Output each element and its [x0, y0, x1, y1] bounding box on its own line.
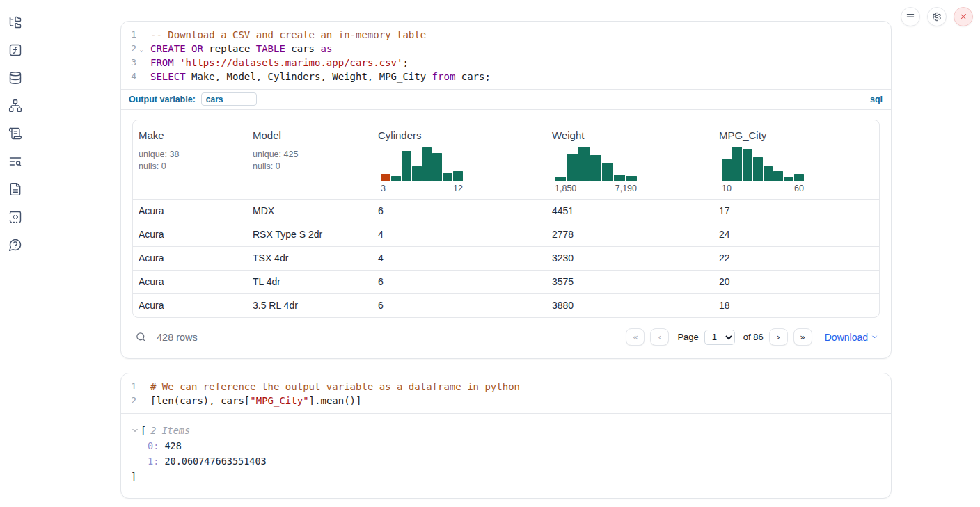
chevron-down-icon — [871, 333, 878, 341]
code-line: 3 FROM 'https://datasets.marimo.app/cars… — [121, 56, 891, 70]
nulls-count: nulls: 0 — [253, 161, 367, 172]
output-variable-label: Output variable: — [129, 95, 196, 104]
weight-histogram[interactable] — [555, 145, 637, 181]
code-line: 1 # We can reference the output variable… — [121, 380, 891, 394]
line-number: 2 — [131, 43, 136, 54]
hist-min: 10 — [722, 184, 732, 193]
dependency-graph-icon[interactable] — [7, 97, 24, 114]
page-select[interactable]: 1 — [704, 330, 735, 345]
cylinders-histogram[interactable] — [381, 145, 463, 181]
gear-icon — [932, 12, 942, 22]
code-text[interactable]: FROM 'https://datasets.marimo.app/cars.c… — [143, 56, 409, 70]
line-number: 4 — [121, 70, 143, 83]
datasources-icon[interactable] — [7, 70, 24, 86]
hist-max: 60 — [794, 184, 804, 193]
pagination: « ‹ Page 1 of 86 › » Download — [626, 328, 878, 346]
line-number: 2 — [121, 394, 143, 408]
output-variable-input[interactable] — [201, 92, 257, 106]
python-cell: 1 # We can reference the output variable… — [120, 373, 892, 499]
item-value: 20.060747663551403 — [164, 456, 266, 467]
page-total: of 86 — [743, 332, 764, 342]
hist-min: 1,850 — [555, 184, 576, 193]
list-item: 1: 20.060747663551403 — [148, 453, 880, 469]
table-row[interactable]: Acura TL 4dr 6 3575 20 — [133, 270, 879, 293]
line-number: 3 — [121, 56, 143, 70]
functions-icon[interactable] — [7, 42, 24, 58]
help-icon[interactable] — [7, 236, 24, 253]
language-badge: sql — [870, 95, 883, 104]
column-header-mpg-city[interactable]: MPG_City 10 60 — [713, 120, 879, 199]
code-text[interactable]: # We can reference the output variable a… — [143, 380, 520, 394]
table-header-row: Make unique: 38 nulls: 0 Model unique: 4… — [133, 120, 879, 199]
output-variable-row: Output variable: sql — [121, 89, 891, 110]
open-bracket: [ — [141, 423, 146, 438]
documentation-icon[interactable] — [7, 181, 24, 198]
hist-max: 12 — [453, 184, 463, 193]
scratchpad-icon[interactable] — [7, 125, 24, 142]
hist-min: 3 — [381, 184, 386, 193]
code-line: 4 SELECT Make, Model, Cylinders, Weight,… — [121, 70, 891, 83]
line-number: 1 — [121, 28, 143, 42]
settings-button[interactable] — [927, 7, 947, 26]
code-line: 2⌄ CREATE OR replace TABLE cars as — [121, 42, 891, 56]
item-index: 1: — [148, 456, 159, 467]
item-index: 0: — [148, 440, 159, 451]
download-button[interactable]: Download — [825, 332, 878, 343]
table-row[interactable]: Acura TSX 4dr 4 3230 22 — [133, 246, 879, 270]
menu-icon — [906, 12, 915, 22]
code-text[interactable]: CREATE OR replace TABLE cars as — [143, 42, 332, 56]
python-editor[interactable]: 1 # We can reference the output variable… — [121, 373, 891, 413]
table-output: Make unique: 38 nulls: 0 Model unique: 4… — [121, 110, 891, 358]
column-header-model[interactable]: Model unique: 425 nulls: 0 — [247, 120, 372, 199]
sql-cell: 1 -- Download a CSV and create an in-mem… — [120, 21, 892, 359]
unique-count: unique: 425 — [253, 149, 367, 161]
notebook-controls — [901, 7, 973, 26]
left-sidebar — [0, 0, 31, 253]
code-line: 1 -- Download a CSV and create an in-mem… — [121, 28, 891, 42]
search-button[interactable] — [135, 331, 147, 343]
code-text[interactable]: SELECT Make, Model, Cylinders, Weight, M… — [143, 70, 491, 83]
logs-search-icon[interactable] — [7, 153, 24, 170]
code-line: 2 [len(cars), cars["MPG_City"].mean()] — [121, 394, 891, 408]
column-header-weight[interactable]: Weight 1,850 7,190 — [546, 120, 713, 199]
table-footer: 428 rows « ‹ Page 1 of 86 › » Download — [132, 324, 880, 351]
unique-count: unique: 38 — [139, 149, 242, 161]
column-header-cylinders[interactable]: Cylinders 3 12 — [372, 120, 546, 199]
close-bracket: ] — [131, 469, 880, 484]
next-page-button[interactable]: › — [769, 328, 788, 346]
fold-chevron-icon[interactable]: ⌄ — [140, 42, 143, 56]
notebook-cells: 1 -- Download a CSV and create an in-mem… — [120, 21, 892, 499]
close-icon — [958, 12, 968, 22]
file-explorer-icon[interactable] — [7, 14, 24, 31]
item-value: 428 — [164, 440, 181, 451]
nulls-count: nulls: 0 — [139, 161, 242, 172]
snippets-icon[interactable] — [7, 209, 24, 225]
table-row[interactable]: Acura MDX 6 4451 17 — [133, 199, 879, 223]
table-row[interactable]: Acura RSX Type S 2dr 4 2778 24 — [133, 223, 879, 246]
prev-page-button[interactable]: ‹ — [650, 328, 669, 346]
row-count: 428 rows — [157, 332, 198, 343]
search-icon — [135, 331, 147, 343]
shutdown-button[interactable] — [954, 7, 973, 26]
page-label: Page — [677, 332, 698, 342]
menu-button[interactable] — [901, 7, 920, 26]
code-text[interactable]: -- Download a CSV and create an in-memor… — [143, 28, 426, 42]
items-count: 2 Items — [150, 423, 190, 438]
table-row[interactable]: Acura 3.5 RL 4dr 6 3880 18 — [133, 293, 879, 317]
last-page-button[interactable]: » — [793, 328, 812, 346]
mpg-city-histogram[interactable] — [722, 145, 804, 181]
list-output: [ 2 Items 0: 428 1: 20.060747663551403 ] — [121, 414, 891, 498]
sql-editor[interactable]: 1 -- Download a CSV and create an in-mem… — [121, 22, 891, 89]
first-page-button[interactable]: « — [626, 328, 645, 346]
hist-max: 7,190 — [615, 184, 637, 193]
line-number: 1 — [121, 380, 143, 394]
code-text[interactable]: [len(cars), cars["MPG_City"].mean()] — [143, 394, 361, 408]
list-item: 0: 428 — [148, 438, 880, 453]
column-header-make[interactable]: Make unique: 38 nulls: 0 — [133, 120, 247, 199]
data-table: Make unique: 38 nulls: 0 Model unique: 4… — [132, 120, 880, 318]
collapse-chevron-icon[interactable] — [131, 426, 139, 435]
